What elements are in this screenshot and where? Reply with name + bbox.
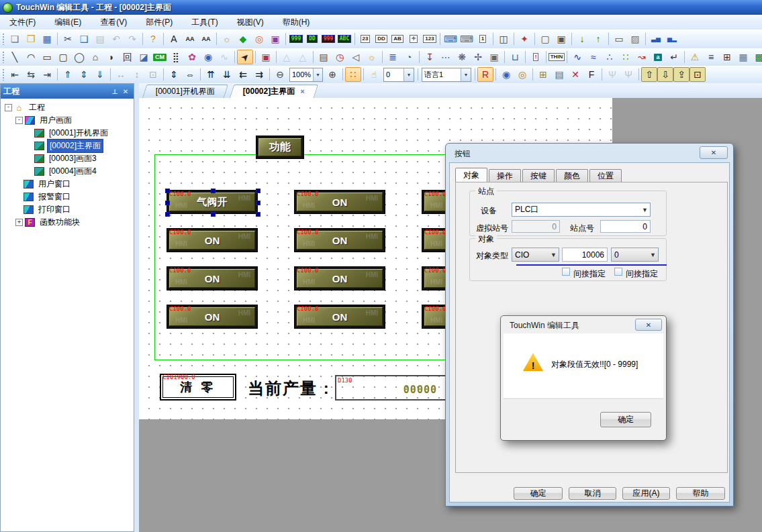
- canvas-func-button[interactable]: 功能: [256, 136, 304, 159]
- close-panel-icon[interactable]: ✕: [120, 87, 131, 96]
- toolbar-grip[interactable]: [2, 51, 5, 63]
- menu-item-0[interactable]: 文件(F): [0, 15, 45, 30]
- wireless-icon[interactable]: Ψ: [604, 67, 620, 82]
- tree-item-1[interactable]: -用户画面: [1, 114, 134, 127]
- sector-icon[interactable]: ◗: [103, 50, 120, 64]
- tab-screen-0[interactable]: [00001]开机界面: [142, 85, 229, 98]
- time-trend-icon[interactable]: ≈: [585, 50, 602, 64]
- selection-handle[interactable]: [256, 189, 260, 193]
- download-data-icon[interactable]: ↓: [574, 32, 590, 46]
- keyboard-icon[interactable]: ⌨: [442, 32, 459, 46]
- copy-icon[interactable]: ❑: [76, 32, 92, 46]
- tree-item-5[interactable]: [00004]画面4: [1, 165, 134, 178]
- histogram-icon[interactable]: ≣: [385, 50, 401, 64]
- same-size-icon[interactable]: ⊡: [145, 67, 161, 82]
- tree-item-9[interactable]: +F函数功能块: [1, 216, 134, 229]
- selection-handle[interactable]: [165, 189, 170, 193]
- device-combo[interactable]: PLC口▼: [512, 203, 651, 217]
- toolbar-grip[interactable]: [2, 33, 5, 45]
- picture-icon[interactable]: ◪: [136, 50, 152, 64]
- canvas-button-6[interactable]: HMIHMIONCI00.0: [166, 266, 258, 290]
- tree-item-4[interactable]: [00003]画面3: [1, 152, 134, 165]
- open-folder-icon[interactable]: ❒: [23, 32, 39, 46]
- dialog-help-button[interactable]: 帮助: [676, 487, 725, 500]
- redo-icon[interactable]: ↷: [124, 32, 140, 46]
- parts-cube-icon[interactable]: ▣: [258, 50, 274, 64]
- sub-window-icon[interactable]: ▢: [537, 32, 553, 46]
- screen-jump-icon[interactable]: ◫: [495, 32, 512, 46]
- selection-handle[interactable]: [211, 189, 216, 193]
- stop-transfer-icon[interactable]: ⊡: [689, 67, 706, 82]
- menu-item-1[interactable]: 编辑(E): [45, 15, 91, 30]
- numpad-icon[interactable]: ⌨: [459, 32, 475, 46]
- rotate-text-icon[interactable]: AA: [182, 32, 198, 46]
- sample-curve-icon[interactable]: ∷: [618, 50, 634, 64]
- shrink-part-icon[interactable]: △: [295, 50, 311, 64]
- dialog-tab-4[interactable]: 位置: [589, 169, 622, 182]
- alarm-list-icon[interactable]: ⚠: [687, 50, 703, 64]
- align-middle-icon[interactable]: ⇕: [76, 67, 92, 82]
- indirect-checkbox-1[interactable]: [562, 268, 570, 276]
- offline-sim-icon[interactable]: ◉: [498, 67, 514, 82]
- static-text-icon[interactable]: A: [166, 32, 182, 46]
- animation-icon[interactable]: ▣: [267, 32, 283, 46]
- full-window-icon[interactable]: ▣: [553, 32, 569, 46]
- barcode-icon[interactable]: ⣿: [168, 50, 184, 64]
- tree-item-2[interactable]: [00001]开机界面: [1, 127, 134, 140]
- polygon-icon[interactable]: ⌂: [87, 50, 103, 64]
- zoom-combo[interactable]: 100%▾: [289, 68, 323, 82]
- valve-icon[interactable]: ↧: [422, 50, 438, 64]
- zoom-out-icon[interactable]: ⊖: [272, 67, 288, 82]
- touch-test-icon[interactable]: ☝: [366, 67, 382, 82]
- canvas-button-4[interactable]: HMIHMIONCI00.0: [294, 228, 385, 252]
- digital-ascii-icon[interactable]: DD: [304, 32, 320, 46]
- canvas-button-9[interactable]: HMIHMIONCI00.0: [166, 305, 258, 329]
- r-toggle-icon[interactable]: R: [477, 67, 493, 82]
- center-horizontal-icon[interactable]: ⇔: [182, 67, 198, 82]
- selection-handle[interactable]: [211, 212, 216, 217]
- station-number-input[interactable]: 0: [600, 220, 651, 233]
- line-icon[interactable]: ╲: [7, 50, 23, 64]
- grid-toggle-icon[interactable]: ∷: [345, 67, 361, 82]
- canvas-clear-button[interactable]: CI01900.0 清 零: [160, 374, 236, 401]
- set-data-icon[interactable]: 123: [422, 32, 438, 46]
- message-ok-button[interactable]: 确定: [600, 412, 651, 427]
- center-vertical-icon[interactable]: ⇕: [166, 67, 182, 82]
- same-width-icon[interactable]: ↔: [113, 67, 129, 82]
- freehand-icon[interactable]: ∿: [216, 50, 232, 64]
- menu-item-4[interactable]: 工具(T): [182, 15, 227, 30]
- close-tab-icon[interactable]: ×: [300, 87, 304, 95]
- lamp-icon[interactable]: ☼: [219, 32, 235, 46]
- cm-icon[interactable]: CM: [152, 50, 168, 64]
- align-bottom-icon[interactable]: ⇓: [92, 67, 108, 82]
- data-grid-icon[interactable]: ⊞: [719, 50, 735, 64]
- multi-curve-icon[interactable]: ↝: [634, 50, 650, 64]
- collapse-icon[interactable]: -: [15, 117, 23, 124]
- tree-item-7[interactable]: 报警窗口: [1, 191, 134, 203]
- rect-icon[interactable]: ▭: [39, 50, 55, 64]
- motor-icon[interactable]: ▣: [486, 50, 502, 64]
- arc-icon[interactable]: ◠: [23, 50, 39, 64]
- frame-icon[interactable]: 回: [120, 50, 136, 64]
- production-display[interactable]: D130 00000: [335, 375, 449, 401]
- plain-rect-icon[interactable]: ▭: [611, 32, 627, 46]
- fan-icon[interactable]: ✢: [470, 50, 486, 64]
- align-left-icon[interactable]: ⇤: [7, 67, 23, 82]
- digital-red-display-icon[interactable]: 999: [320, 32, 336, 46]
- bar-graph-icon[interactable]: ▃▅: [648, 32, 664, 46]
- dialog-ok-button[interactable]: 确定: [514, 487, 563, 500]
- event-list-icon[interactable]: ≡: [703, 50, 719, 64]
- pc-to-hmi-icon[interactable]: ⇧: [641, 67, 657, 82]
- round-rect-icon[interactable]: ▢: [55, 50, 71, 64]
- help-icon[interactable]: ?: [145, 32, 161, 46]
- chinese-input-icon[interactable]: ✛: [406, 32, 422, 46]
- sample-table-icon[interactable]: ▦: [735, 50, 751, 64]
- selection-handle[interactable]: [165, 201, 170, 205]
- bottle-icon[interactable]: ⊔: [507, 50, 523, 64]
- dialog-tab-0[interactable]: 对象: [455, 168, 487, 182]
- thin-button-icon[interactable]: THIN: [549, 50, 565, 64]
- dialog-apply-button[interactable]: 应用(A): [622, 487, 670, 500]
- ball-icon[interactable]: ◉: [200, 50, 216, 64]
- char-input-icon[interactable]: AB: [389, 32, 406, 46]
- return-icon[interactable]: ↵: [666, 50, 682, 64]
